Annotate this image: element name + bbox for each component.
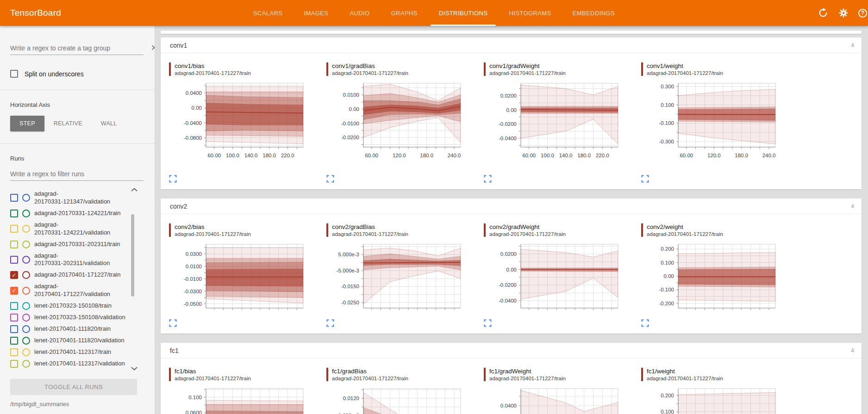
- close-icon[interactable]: ×: [151, 43, 155, 53]
- run-radio[interactable]: [22, 256, 30, 264]
- section-title: conv2: [170, 203, 187, 210]
- section-header-conv2[interactable]: conv24: [161, 198, 862, 214]
- chart-title-block: fc1/weightadagrad-20170401-171227/train: [641, 368, 793, 381]
- run-checkbox[interactable]: [10, 360, 18, 368]
- run-row[interactable]: lenet-20170323-150108/train: [10, 300, 134, 312]
- split-underscores-checkbox[interactable]: [10, 70, 18, 78]
- expand-icon[interactable]: [169, 319, 177, 327]
- tab-histograms[interactable]: HISTOGRAMS: [498, 0, 562, 26]
- run-checkbox[interactable]: [10, 194, 18, 202]
- run-checkbox[interactable]: [10, 302, 18, 310]
- svg-text:0.0600: 0.0600: [186, 410, 202, 414]
- expand-icon[interactable]: [484, 175, 492, 183]
- run-radio[interactable]: [22, 225, 30, 233]
- distribution-chart: 0.2000.1000.00-0.100: [636, 385, 788, 414]
- chart-plot: 5.000e-3-5.000e-3-0.0150-0.0250: [321, 241, 478, 316]
- runs-scrollbar[interactable]: [131, 214, 134, 297]
- runs-filter-input[interactable]: [10, 168, 144, 181]
- svg-text:5.000e-3: 5.000e-3: [338, 252, 359, 257]
- chevron-down-icon[interactable]: [131, 364, 138, 372]
- svg-text:140.0: 140.0: [559, 153, 573, 158]
- expand-icon[interactable]: [641, 175, 649, 183]
- expand-icon[interactable]: [326, 319, 334, 327]
- run-checkbox[interactable]: [10, 256, 18, 264]
- chart-title-block: fc1/gradWeightadagrad-20170401-171227/tr…: [484, 368, 636, 381]
- run-row[interactable]: ✓adagrad-20170401-171227/validation: [10, 281, 134, 300]
- svg-text:100.0: 100.0: [541, 153, 554, 158]
- svg-text:120.0: 120.0: [393, 153, 406, 158]
- axis-button-wall[interactable]: WALL: [92, 116, 126, 131]
- run-checkbox[interactable]: ✓: [10, 287, 18, 295]
- axis-button-relative[interactable]: RELATIVE: [44, 116, 92, 131]
- run-radio[interactable]: [22, 210, 30, 217]
- run-row[interactable]: adagrad-20170331-121347/validation: [10, 188, 134, 208]
- run-radio[interactable]: [22, 287, 30, 295]
- chart-title-block: fc1/gradBiasadagrad-20170401-171227/trai…: [326, 368, 478, 381]
- chevron-up-icon[interactable]: [131, 185, 138, 194]
- tensorboard-app: TensorBoard SCALARSIMAGESAUDIOGRAPHSDIST…: [0, 0, 868, 414]
- svg-text:0.00: 0.00: [192, 105, 202, 111]
- split-underscores-row[interactable]: Split on underscores: [0, 70, 155, 78]
- svg-text:180.0: 180.0: [262, 153, 276, 158]
- run-radio[interactable]: [22, 241, 30, 248]
- chart-plot: 0.04000.00-0.0400-0.080060.00100.0140.01…: [163, 80, 321, 172]
- run-checkbox[interactable]: ✓: [10, 271, 18, 279]
- run-row[interactable]: lenet-20170401-111820/validation: [10, 335, 134, 346]
- run-checkbox[interactable]: [10, 348, 18, 356]
- svg-text:-0.0200: -0.0200: [499, 121, 517, 127]
- run-radio[interactable]: [22, 325, 30, 333]
- run-radio[interactable]: [22, 337, 30, 345]
- svg-text:180.0: 180.0: [735, 153, 748, 158]
- tab-embeddings[interactable]: EMBEDDINGS: [562, 0, 625, 26]
- run-radio[interactable]: [22, 360, 30, 368]
- run-row[interactable]: adagrad-20170331-124221/train: [10, 208, 134, 219]
- run-checkbox[interactable]: [10, 241, 18, 248]
- tag-filter-input[interactable]: [10, 43, 144, 55]
- run-row[interactable]: lenet-20170401-111820/train: [10, 323, 134, 335]
- svg-text:0.200: 0.200: [661, 393, 674, 398]
- run-radio[interactable]: [22, 271, 30, 279]
- tab-audio[interactable]: AUDIO: [339, 0, 380, 26]
- run-row[interactable]: adagrad-20170331-202311/validation: [10, 250, 134, 270]
- distribution-chart: 0.02000.00-0.0200-0.0400: [478, 241, 631, 315]
- settings-icon[interactable]: [838, 7, 849, 19]
- toggle-all-runs-button[interactable]: TOGGLE ALL RUNS: [10, 379, 137, 395]
- section-title: fc1: [170, 347, 179, 354]
- run-radio[interactable]: [22, 302, 30, 310]
- chart-cell-conv1-weight: conv1/weightadagrad-20170401-171227/trai…: [636, 62, 793, 188]
- run-radio[interactable]: [22, 348, 30, 356]
- run-row[interactable]: lenet-20170323-150108/validation: [10, 312, 134, 323]
- chart-title: conv1/weight: [647, 62, 723, 69]
- expand-icon[interactable]: [484, 319, 492, 327]
- expand-icon[interactable]: [169, 175, 177, 183]
- svg-text:140.0: 140.0: [244, 153, 258, 158]
- expand-icon[interactable]: [326, 175, 334, 183]
- run-row[interactable]: adagrad-20170331-202311/train: [10, 239, 134, 250]
- run-row[interactable]: lenet-20170401-112317/train: [10, 346, 134, 358]
- help-icon[interactable]: ?: [858, 9, 867, 18]
- run-checkbox[interactable]: [10, 210, 18, 217]
- tab-images[interactable]: IMAGES: [293, 0, 339, 26]
- run-row[interactable]: adagrad-20170331-124221/validation: [10, 219, 134, 239]
- run-row[interactable]: lenet-20170401-112317/validation: [10, 358, 134, 370]
- section-header-conv1[interactable]: conv14: [161, 37, 862, 53]
- expand-icon[interactable]: [641, 319, 649, 327]
- section-header-fc1[interactable]: fc14: [161, 343, 862, 358]
- tab-graphs[interactable]: GRAPHS: [381, 0, 428, 26]
- axis-button-step[interactable]: STEP: [10, 116, 44, 131]
- tab-distributions[interactable]: DISTRIBUTIONS: [428, 0, 499, 26]
- chart-title-block: conv2/biasadagrad-20170401-171227/train: [169, 223, 321, 237]
- tab-scalars[interactable]: SCALARS: [243, 0, 293, 26]
- run-checkbox[interactable]: [10, 337, 18, 345]
- run-checkbox[interactable]: [10, 325, 18, 333]
- run-checkbox[interactable]: [10, 225, 18, 233]
- run-radio[interactable]: [22, 314, 30, 321]
- chart-run-name: adagrad-20170401-171227/train: [332, 231, 408, 237]
- chart-run-name: adagrad-20170401-171227/train: [647, 231, 723, 237]
- run-checkbox[interactable]: [10, 314, 18, 321]
- run-color-bar: [641, 368, 643, 381]
- run-radio[interactable]: [22, 194, 30, 202]
- refresh-icon[interactable]: [818, 7, 829, 19]
- run-row[interactable]: ✓adagrad-20170401-171227/train: [10, 269, 134, 281]
- chart-title: conv1/gradWeight: [489, 62, 566, 69]
